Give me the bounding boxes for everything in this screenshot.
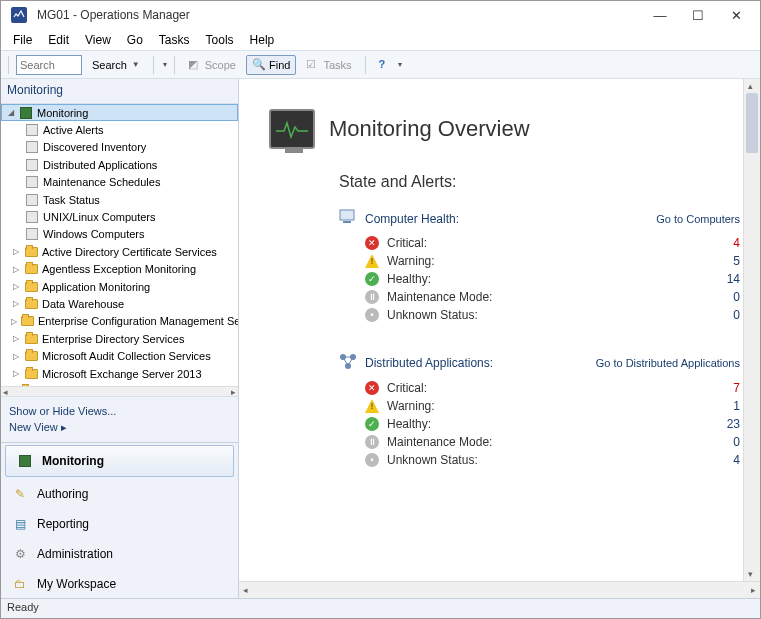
content-horizontal-scrollbar[interactable]: ◂▸ [239, 581, 760, 598]
tree-label: Agentless Exception Monitoring [42, 263, 196, 275]
health-row-value: 23 [720, 417, 740, 431]
tree-item[interactable]: Discovered Inventory [1, 139, 238, 156]
tree-folder[interactable]: ▷Application Monitoring [1, 278, 238, 295]
toolbar-separator [174, 56, 175, 74]
tasks-button[interactable]: ☑ Tasks [300, 55, 357, 75]
health-row: ✓Healthy:14 [339, 270, 740, 288]
expander-icon[interactable]: ▷ [11, 352, 20, 361]
tree-horizontal-scrollbar[interactable]: ◂▸ [1, 386, 238, 396]
health-block-link[interactable]: Go to Distributed Applications [596, 357, 740, 369]
health-row-value: 4 [720, 236, 740, 250]
menu-tools[interactable]: Tools [198, 31, 242, 49]
search-input[interactable] [16, 55, 82, 75]
tree-item[interactable]: UNIX/Linux Computers [1, 208, 238, 225]
menu-view[interactable]: View [77, 31, 119, 49]
folder-icon [24, 245, 38, 259]
expander-icon[interactable]: ▷ [11, 247, 20, 256]
nav-header: Monitoring [1, 79, 238, 103]
warning-status-icon: ! [365, 254, 379, 268]
wunder-authoring[interactable]: ✎ Authoring [1, 479, 238, 509]
critical-status-icon: ✕ [365, 236, 379, 250]
wunder-label: Monitoring [42, 454, 104, 468]
health-row-label: Maintenance Mode: [387, 290, 492, 304]
unknown-status-icon: • [365, 308, 379, 322]
maximize-button[interactable]: ☐ [688, 5, 708, 25]
tree-folder[interactable]: ▷Enterprise Configuration Management Ser… [1, 313, 238, 330]
tree-folder[interactable]: ▷Enterprise Directory Services [1, 330, 238, 347]
tree-folder[interactable]: ▷Agentless Exception Monitoring [1, 261, 238, 278]
new-view-link[interactable]: New View ▸ [9, 419, 230, 436]
health-row-label: Healthy: [387, 417, 431, 431]
tree-label: Monitoring [37, 107, 88, 119]
menu-go[interactable]: Go [119, 31, 151, 49]
expander-icon[interactable]: ▷ [11, 299, 20, 308]
minimize-button[interactable]: — [650, 5, 670, 25]
wunder-monitoring[interactable]: Monitoring [5, 445, 234, 477]
overview-header: Monitoring Overview [269, 109, 740, 149]
maintenance-status-icon: ⏸ [365, 290, 379, 304]
expander-icon[interactable]: ▷ [11, 334, 20, 343]
page-title: Monitoring Overview [329, 116, 530, 142]
menu-edit[interactable]: Edit [40, 31, 77, 49]
search-button[interactable]: Search ▼ [86, 56, 146, 74]
wunder-label: Reporting [37, 517, 89, 531]
expander-icon[interactable]: ▷ [11, 282, 20, 291]
health-row-label: Critical: [387, 381, 427, 395]
health-title-row: Computer Health:Go to Computers [339, 209, 740, 228]
expander-icon[interactable]: ▷ [11, 369, 20, 378]
menu-help[interactable]: Help [242, 31, 283, 49]
show-hide-views-link[interactable]: Show or Hide Views... [9, 403, 230, 419]
expander-icon[interactable]: ▷ [11, 265, 20, 274]
wunder-reporting[interactable]: ▤ Reporting [1, 509, 238, 539]
help-icon: ? [379, 58, 393, 72]
health-row: ✕Critical:4 [339, 234, 740, 252]
wunder-my-workspace[interactable]: 🗀 My Workspace [1, 569, 238, 599]
tree-item[interactable]: Windows Computers [1, 226, 238, 243]
wunder-administration[interactable]: ⚙ Administration [1, 539, 238, 569]
content-vertical-scrollbar[interactable] [743, 79, 760, 581]
scope-button[interactable]: ◩ Scope [182, 55, 242, 75]
folder-icon [21, 314, 34, 328]
menu-file[interactable]: File [5, 31, 40, 49]
close-button[interactable]: ✕ [726, 5, 746, 25]
expander-icon[interactable]: ▷ [11, 317, 17, 326]
health-block-link[interactable]: Go to Computers [656, 213, 740, 225]
tree-item[interactable]: Distributed Applications [1, 156, 238, 173]
tree-item[interactable]: Maintenance Schedules [1, 174, 238, 191]
tree-root-monitoring[interactable]: ◢ Monitoring [1, 104, 238, 121]
health-row-value: 0 [720, 290, 740, 304]
tree-folder[interactable]: ▷Data Warehouse [1, 295, 238, 312]
unknown-status-icon: • [365, 453, 379, 467]
tree-folder[interactable]: ▷Microsoft Audit Collection Services [1, 347, 238, 364]
titlebar: MG01 - Operations Manager — ☐ ✕ [1, 1, 760, 29]
tree-label: Microsoft Exchange Server 2013 [42, 368, 202, 380]
main-area: Monitoring ◢ Monitoring Active AlertsDis… [1, 79, 760, 598]
tree-item[interactable]: Task Status [1, 191, 238, 208]
window-controls: — ☐ ✕ [650, 5, 746, 25]
administration-icon: ⚙ [11, 545, 29, 563]
authoring-icon: ✎ [11, 485, 29, 503]
menu-tasks[interactable]: Tasks [151, 31, 198, 49]
expander-icon[interactable]: ◢ [6, 108, 15, 117]
tree-folder[interactable]: ▷Microsoft Exchange Server 2013 [1, 365, 238, 382]
tree-item[interactable]: Active Alerts [1, 121, 238, 138]
menubar: File Edit View Go Tasks Tools Help [1, 29, 760, 51]
critical-status-icon: ✕ [365, 381, 379, 395]
tasks-icon: ☑ [306, 58, 320, 72]
health-row: !Warning:5 [339, 252, 740, 270]
overflow-icon[interactable]: ▾ [163, 60, 167, 69]
monitoring-icon [16, 452, 34, 470]
view-icon [25, 140, 39, 154]
toolbar: Search ▼ ▾ ◩ Scope 🔍 Find ☑ Tasks ? ▾ [1, 51, 760, 79]
tree-label: Task Status [43, 194, 100, 206]
find-button[interactable]: 🔍 Find [246, 55, 296, 75]
section-title: State and Alerts: [339, 173, 740, 191]
tree-label: Enterprise Directory Services [42, 333, 184, 345]
nav-tree[interactable]: ◢ Monitoring Active AlertsDiscovered Inv… [1, 104, 238, 388]
health-block-title: Distributed Applications: [365, 356, 493, 370]
content-inner: Monitoring Overview State and Alerts: Co… [239, 79, 760, 517]
tree-folder[interactable]: ▷Active Directory Certificate Services [1, 243, 238, 260]
help-button[interactable]: ? ▾ [373, 55, 408, 75]
find-icon: 🔍 [252, 58, 266, 72]
folder-icon [24, 349, 38, 363]
